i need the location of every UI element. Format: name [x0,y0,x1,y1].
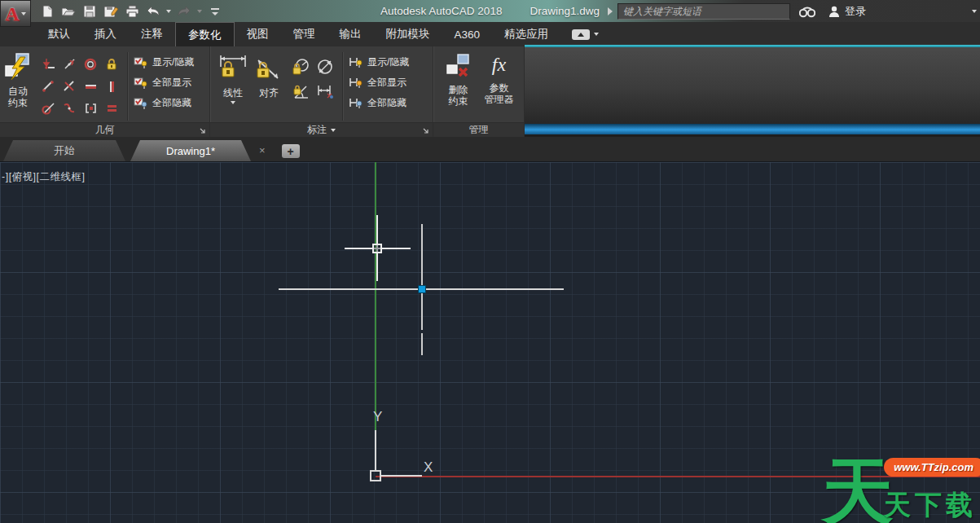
save-as-button[interactable] [101,2,121,20]
dim-show-all-icon [349,77,363,90]
radius-dim-icon [292,58,310,76]
convert-dimension-button[interactable] [313,79,337,103]
dimension-dialog-launcher-icon[interactable] [423,128,429,134]
vertical-constraint-icon [105,80,118,93]
grip-point[interactable] [418,285,426,293]
login-label: 登录 [845,4,866,19]
undo-history-caret[interactable] [165,2,173,20]
collinear-constraint-button[interactable] [37,75,59,97]
dim-small-grid [288,55,337,103]
ribbon-tab-insert[interactable]: 插入 [82,22,129,46]
ucs-y-label: Y [373,409,382,425]
convert-dim-icon [316,82,334,100]
open-file-button[interactable] [59,2,78,20]
file-tab-bar: 开始 Drawing1* × + [0,137,980,161]
equal-constraint-button[interactable] [101,97,122,119]
concentric-constraint-button[interactable] [80,53,101,75]
fx-icon: fx [492,52,506,77]
ribbon-minimize-icon [572,29,590,40]
ribbon-minimize-button[interactable] [572,22,599,46]
dimension-show-hide-button[interactable]: 显示/隐藏 [346,54,414,71]
manage-panel-title[interactable]: 管理 [433,122,524,137]
cursor-pickbox [372,244,382,253]
tangent-constraint-button[interactable] [37,97,59,119]
close-tab-button[interactable]: × [254,144,270,156]
tangent-constraint-icon [42,102,55,115]
linear-dim-icon [218,52,248,85]
ribbon-tab-featured-apps[interactable]: 精选应用 [492,22,560,46]
dimension-hide-all-button[interactable]: 全部隐藏 [346,94,414,112]
ucs-origin-box[interactable] [370,470,381,481]
symmetric-constraint-button[interactable] [80,97,101,119]
drawn-vertical-line-upper[interactable] [421,224,423,330]
search-input[interactable] [617,3,790,20]
login-caret-icon[interactable] [972,10,977,13]
dimension-show-all-button[interactable]: 全部显示 [346,74,414,91]
collinear-constraint-icon [42,80,55,93]
radius-dimension-button[interactable] [288,55,313,79]
geometry-show-hide-button[interactable]: 显示/隐藏 [131,54,199,71]
diameter-dimension-button[interactable] [313,55,337,79]
parameters-manager-button[interactable]: fx 参数管理器 [481,51,517,105]
vertical-constraint-button[interactable] [101,75,122,97]
viewport-controls-label[interactable]: -][俯视][二维线框] [2,170,86,184]
linear-dim-caret-icon [231,101,235,104]
redo-button[interactable] [174,2,194,20]
ribbon-tab-parametric[interactable]: 参数化 [175,22,235,46]
ribbon-tab-manage[interactable]: 管理 [281,22,327,46]
infocenter-expand-icon[interactable] [608,7,613,15]
delete-constraint-icon [445,52,472,81]
equal-constraint-icon [106,102,118,115]
dimension-panel-title[interactable]: 标注 [210,122,433,137]
document-title: Drawing1.dwg [530,5,600,17]
auto-constrain-button[interactable]: 自动约束 [0,51,36,108]
drawn-vertical-line-lower[interactable] [421,333,423,355]
aligned-dimension-button[interactable]: 对齐 [251,51,287,99]
hide-all-bulb-icon [134,97,148,110]
ribbon-tab-home[interactable]: 默认 [36,22,82,46]
ucs-x-axis [381,475,422,477]
geometry-hide-all-button[interactable]: 全部隐藏 [131,94,199,112]
fix-point-constraint-button[interactable] [59,53,80,75]
application-menu-button[interactable]: A [0,0,31,27]
quick-access-toolbar [37,2,225,20]
delete-constraints-button[interactable]: 删除约束 [441,51,477,107]
dimension-showhide-group: 显示/隐藏 全部显示 全部隐藏 [346,54,414,112]
angular-dimension-button[interactable] [288,79,313,103]
redo-history-caret[interactable] [196,2,204,20]
ribbon-tab-view[interactable]: 视图 [235,22,281,46]
geometry-panel-title[interactable]: 几何 [0,122,209,137]
smooth-constraint-button[interactable] [59,97,80,119]
infocenter: 登录 [608,2,977,20]
ribbon-tab-a360[interactable]: A360 [442,22,493,46]
ribbon-tab-addins[interactable]: 附加模块 [374,22,442,46]
ribbon-tab-output[interactable]: 输出 [327,22,374,46]
new-file-button[interactable] [37,2,57,20]
sign-in-button[interactable]: 登录 [824,2,869,20]
panel-manage: 删除约束 fx 参数管理器 管理 [433,46,525,137]
qat-customize-button[interactable] [205,2,225,20]
smooth-constraint-icon [63,102,76,115]
search-button[interactable] [795,2,820,20]
start-tab[interactable]: 开始 [3,140,125,161]
linear-dimension-button[interactable]: 线性 [215,51,251,104]
save-icon [83,5,96,18]
dim-hide-all-icon [349,97,363,110]
undo-button[interactable] [143,2,163,20]
drawing1-tab[interactable]: Drawing1* [130,140,251,161]
geometry-dialog-launcher-icon[interactable] [200,128,206,134]
save-as-icon [103,5,118,18]
ucs-y-axis [375,430,376,472]
ribbon-tab-annotate[interactable]: 注释 [129,22,175,46]
new-file-icon [41,5,54,18]
save-button[interactable] [80,2,99,20]
fix-constraint-button[interactable] [101,53,122,75]
perpendicular-constraint-button[interactable] [59,75,80,97]
plot-button[interactable] [122,2,142,20]
model-space-viewport[interactable]: -][俯视][二维线框] X Y 天 www.TTzip.com 天下载 [0,161,980,523]
horizontal-constraint-button[interactable] [80,75,101,97]
dim-show-hide-icon [349,56,363,69]
new-drawing-tab-button[interactable]: + [282,144,300,158]
coincident-constraint-button[interactable] [37,53,59,75]
geometry-show-all-button[interactable]: 全部显示 [131,74,199,91]
